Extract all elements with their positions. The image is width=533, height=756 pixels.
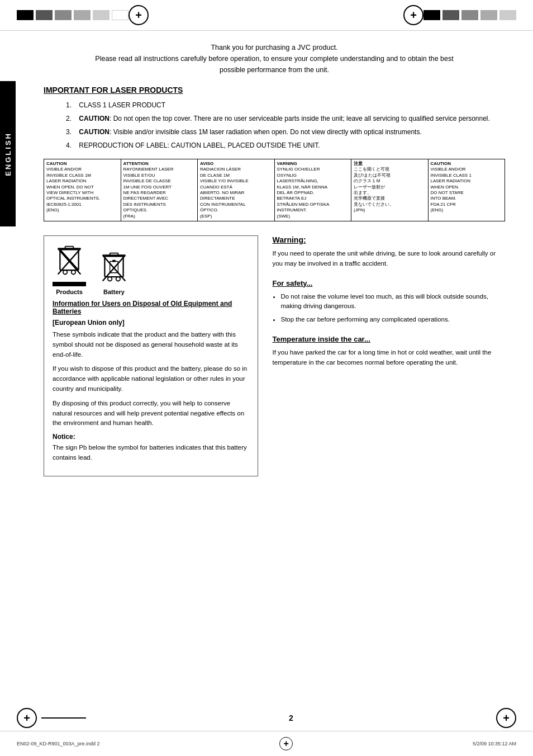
bottom-left: + bbox=[17, 708, 86, 728]
reg-block-gray4-r bbox=[499, 10, 516, 20]
svg-rect-14 bbox=[112, 260, 116, 262]
caution-table: CAUTION VISIBLE AND/ORINVISIBLE CLASS 1M… bbox=[44, 159, 505, 221]
battery-icon-container: Battery bbox=[97, 251, 131, 295]
info-title: Information for Users on Disposal of Old… bbox=[53, 300, 249, 315]
reg-block-gray3-r bbox=[480, 10, 497, 20]
caution-col-swe: VARNING SYNLIG OCH/ELLEROSYNLIGLASERSTRÅ… bbox=[274, 159, 351, 221]
crosshair-bottom-left: + bbox=[17, 708, 37, 728]
safety-section: For safety... Do not raise the volume le… bbox=[272, 279, 505, 325]
notice-title: Notice: bbox=[53, 433, 249, 441]
svg-rect-10 bbox=[110, 253, 118, 256]
reg-block-gray2 bbox=[55, 10, 72, 20]
warning-title: Warning: bbox=[272, 235, 505, 244]
products-black-bar bbox=[53, 282, 86, 286]
reg-block-gray1 bbox=[36, 10, 53, 20]
caution-col-jpn: 注意 ここを開くと可視及び/または不可視のクラス１Ｍレーザー放射が出ます。光学機… bbox=[351, 159, 429, 221]
crosshair-top-right: + bbox=[403, 5, 423, 25]
reg-block-black bbox=[17, 10, 34, 20]
item1-text: CLASS 1 LASER PRODUCT bbox=[79, 101, 165, 109]
item4-text: REPRODUCTION OF LABEL: CAUTION LABEL, PL… bbox=[79, 141, 320, 149]
svg-rect-3 bbox=[65, 247, 74, 249]
safety-bullet-2: Stop the car before performing any compl… bbox=[280, 315, 505, 325]
safety-bullet-1: Do not raise the volume level too much, … bbox=[280, 292, 505, 312]
reg-marks-right bbox=[423, 10, 516, 20]
bottom-center-crosshair: + bbox=[279, 737, 293, 750]
language-tab-label: ENGLISH bbox=[4, 132, 12, 176]
caution-col-esp: AVISO RADIACION LÁSERDE CLASE 1MVISIBLE … bbox=[198, 159, 275, 221]
warning-text: If you need to operate the unit while dr… bbox=[272, 249, 505, 269]
reg-block-gray3 bbox=[74, 10, 91, 20]
bottom-right: + bbox=[496, 708, 516, 728]
battery-label: Battery bbox=[97, 289, 131, 295]
reg-block-gray2-r bbox=[461, 10, 478, 20]
bottom-section: + 2 + bbox=[17, 708, 516, 728]
battery-crossed-bin-icon bbox=[97, 251, 131, 285]
item2-number: 2. bbox=[66, 115, 77, 122]
page-number: 2 bbox=[289, 714, 293, 722]
info-para-3: By disposing of this product correctly, … bbox=[53, 399, 249, 428]
laser-item-4: 4. REPRODUCTION OF LABEL: CAUTION LABEL,… bbox=[55, 140, 505, 150]
temp-text: If you have parked the car for a long ti… bbox=[272, 348, 505, 368]
item3-number: 3. bbox=[66, 128, 77, 136]
item3-bold: CAUTION bbox=[79, 128, 110, 136]
bottom-file-info-bar: EN02-09_KD-R901_003A_pre.indd 2 + 5/2/09… bbox=[0, 731, 533, 756]
item3-text: Visible and/or invisible class 1M laser … bbox=[113, 128, 422, 136]
notice-text: The sign Pb below the symbol for batteri… bbox=[53, 443, 249, 463]
reg-block-white bbox=[112, 10, 129, 20]
safety-bullet-list: Do not raise the volume level too much, … bbox=[280, 292, 505, 325]
reg-marks-top: + + bbox=[0, 0, 533, 31]
temp-title: Temperature inside the car... bbox=[272, 335, 505, 343]
item2-colon: : bbox=[110, 115, 113, 122]
reg-block-gray1-r bbox=[442, 10, 459, 20]
laser-item-2: 2. CAUTION: Do not open the top cover. T… bbox=[55, 114, 505, 124]
item2-bold: CAUTION bbox=[79, 115, 110, 122]
item3-colon: : bbox=[110, 128, 113, 136]
temperature-section: Temperature inside the car... If you hav… bbox=[272, 335, 505, 368]
laser-section-title: IMPORTANT FOR LASER PRODUCTS bbox=[44, 86, 505, 94]
two-col-layout: Products bbox=[44, 235, 505, 485]
language-tab: ENGLISH bbox=[0, 81, 16, 226]
battery-products-box: Products bbox=[44, 235, 258, 476]
crosshair-bottom-right: + bbox=[496, 708, 516, 728]
main-content: Thank you for purchasing a JVC product. … bbox=[16, 31, 533, 496]
right-column: Warning: If you need to operate the unit… bbox=[272, 235, 505, 485]
crosshair-top-left: + bbox=[129, 5, 149, 25]
reg-marks-left bbox=[17, 10, 129, 20]
battery-icons-row: Products bbox=[53, 244, 249, 295]
warning-section: Warning: If you need to operate the unit… bbox=[272, 235, 505, 269]
file-info-right: 5/2/09 10:35:12 AM bbox=[473, 741, 516, 746]
page: + + ENGLISH Thank you for purchasing a J… bbox=[0, 0, 533, 756]
reg-block-black-r bbox=[423, 10, 440, 20]
caution-col-eng2: CAUTION VISIBLE AND/ORINVISIBLE CLASS 1L… bbox=[428, 159, 505, 221]
caution-col-fra: ATTENTION RAYONNEMENT LASERVISIBLE ET/OU… bbox=[121, 159, 198, 221]
left-column: Products bbox=[44, 235, 258, 485]
eu-only: [European Union only] bbox=[53, 319, 249, 327]
laser-item-3: 3. CAUTION: Visible and/or invisible cla… bbox=[55, 127, 505, 137]
laser-item-1: 1. CLASS 1 LASER PRODUCT bbox=[55, 100, 505, 110]
svg-rect-8 bbox=[104, 256, 123, 277]
file-info-left: EN02-09_KD-R901_003A_pre.indd 2 bbox=[17, 741, 100, 746]
intro-text: Thank you for purchasing a JVC product. … bbox=[44, 42, 505, 75]
safety-title: For safety... bbox=[272, 279, 505, 287]
laser-numbered-list: 1. CLASS 1 LASER PRODUCT 2. CAUTION: Do … bbox=[55, 100, 505, 150]
item4-number: 4. bbox=[66, 141, 77, 149]
products-label: Products bbox=[53, 289, 86, 295]
info-para-2: If you wish to dispose of this product a… bbox=[53, 364, 249, 394]
caution-table-row: CAUTION VISIBLE AND/ORINVISIBLE CLASS 1M… bbox=[44, 159, 505, 221]
intro-line3: possible performance from the unit. bbox=[44, 64, 505, 75]
info-para-1: These symbols indicate that the product … bbox=[53, 330, 249, 360]
item2-text: Do not open the top cover. There are no … bbox=[113, 115, 490, 122]
item1-number: 1. bbox=[66, 101, 77, 109]
products-crossed-bin-icon bbox=[53, 244, 86, 278]
products-icon-container: Products bbox=[53, 244, 86, 295]
info-section: Information for Users on Disposal of Old… bbox=[53, 300, 249, 463]
reg-block-gray4 bbox=[93, 10, 110, 20]
intro-line1: Thank you for purchasing a JVC product. bbox=[44, 42, 505, 53]
intro-line2: Please read all instructions carefully b… bbox=[44, 53, 505, 64]
svg-line-1 bbox=[60, 249, 78, 270]
caution-col-eng: CAUTION VISIBLE AND/ORINVISIBLE CLASS 1M… bbox=[44, 159, 121, 221]
